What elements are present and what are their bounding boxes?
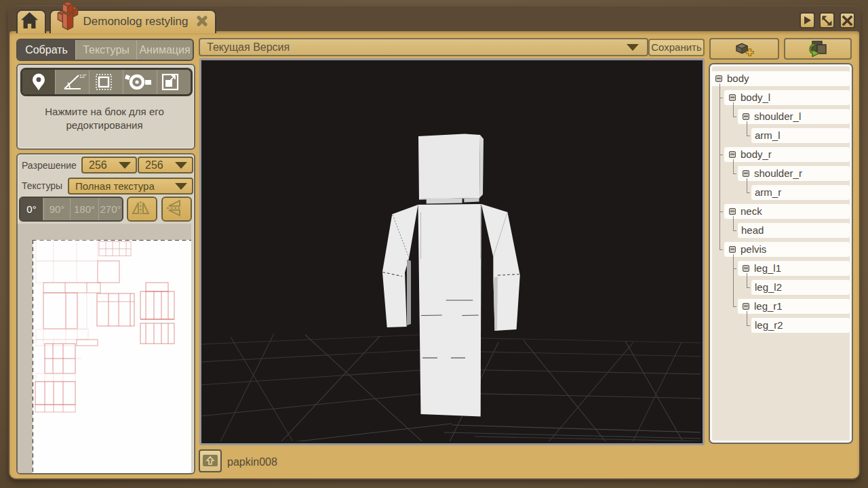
svg-text:12°: 12° xyxy=(79,74,87,79)
